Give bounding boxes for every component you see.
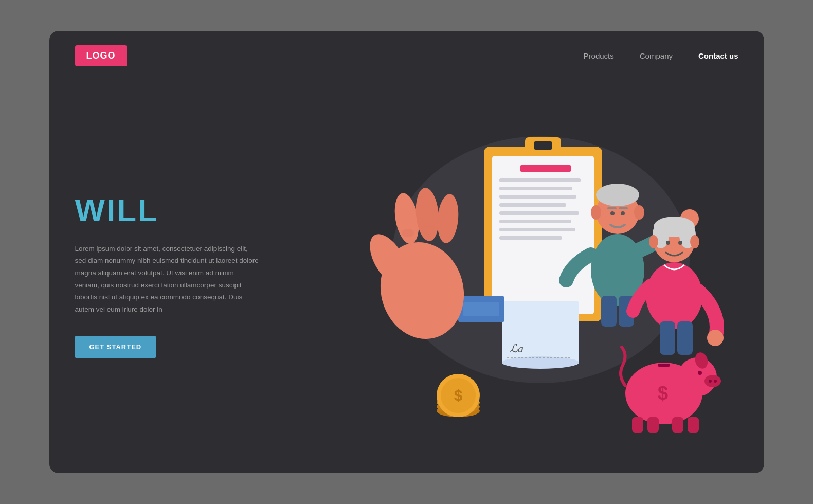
svg-point-66 [666, 241, 670, 245]
nav-contact[interactable]: Contact us [698, 51, 738, 60]
svg-rect-69 [660, 321, 675, 355]
svg-point-54 [610, 211, 615, 215]
svg-rect-42 [658, 364, 670, 367]
svg-rect-70 [677, 321, 693, 355]
svg-rect-5 [520, 165, 571, 172]
svg-text:$: $ [454, 387, 462, 404]
nav-products[interactable]: Products [584, 51, 614, 60]
hero-title: WILL [75, 192, 291, 228]
svg-point-68 [707, 330, 724, 346]
svg-rect-11 [499, 220, 571, 223]
left-section: WILL Lorem ipsum dolor sit amet, consect… [75, 192, 291, 358]
svg-point-38 [709, 380, 712, 383]
svg-point-67 [678, 241, 682, 245]
svg-rect-57 [601, 296, 617, 327]
svg-rect-8 [499, 195, 576, 199]
nav-company[interactable]: Company [640, 51, 673, 60]
svg-text:$: $ [657, 383, 667, 404]
nav-links: Products Company Contact us [584, 51, 738, 60]
svg-rect-6 [499, 178, 581, 182]
svg-rect-46 [688, 417, 699, 433]
svg-rect-44 [647, 417, 659, 433]
logo[interactable]: LOGO [75, 45, 127, 66]
svg-rect-7 [499, 187, 572, 190]
svg-point-26 [422, 226, 434, 235]
browser-window: LOGO Products Company Contact us WILL Lo… [49, 31, 764, 473]
svg-rect-9 [499, 203, 566, 207]
svg-rect-53 [619, 207, 628, 209]
main-content: WILL Lorem ipsum dolor sit amet, consect… [49, 77, 764, 473]
svg-point-39 [714, 380, 717, 383]
svg-rect-12 [499, 228, 575, 231]
svg-text:ℒa: ℒa [510, 342, 523, 355]
svg-point-27 [441, 229, 453, 237]
svg-rect-43 [632, 417, 643, 433]
get-started-button[interactable]: GET STARTED [75, 336, 156, 358]
illustration-svg: ℒa [304, 95, 726, 455]
svg-rect-19 [463, 302, 499, 316]
svg-point-51 [634, 205, 644, 220]
svg-point-37 [704, 375, 721, 387]
svg-point-49 [596, 184, 639, 206]
svg-point-25 [402, 229, 414, 237]
svg-rect-52 [607, 207, 617, 209]
svg-point-65 [690, 235, 699, 248]
svg-rect-45 [672, 417, 683, 433]
navbar: LOGO Products Company Contact us [49, 31, 764, 77]
hero-description: Lorem ipsum dolor sit amet, consectetuer… [75, 243, 260, 316]
svg-point-15 [502, 356, 579, 369]
svg-rect-13 [499, 236, 562, 240]
svg-rect-10 [499, 211, 579, 215]
illustration-area: ℒa [291, 77, 738, 473]
svg-point-55 [621, 211, 625, 215]
svg-point-50 [591, 205, 601, 220]
svg-point-64 [649, 235, 658, 248]
svg-point-40 [698, 371, 702, 375]
svg-rect-3 [534, 141, 552, 150]
